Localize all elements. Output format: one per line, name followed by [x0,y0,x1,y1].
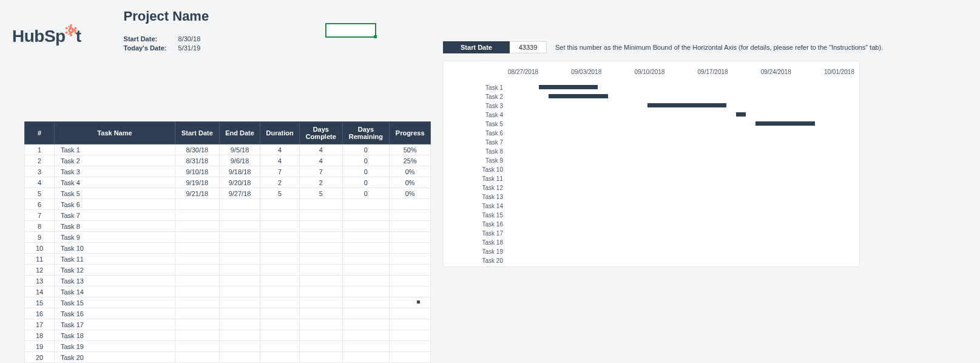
row-num[interactable]: 18 [25,330,55,341]
row-num[interactable]: 6 [25,199,55,210]
start-date-cell[interactable] [175,265,220,276]
todays-date-value[interactable]: 5/31/19 [178,44,201,52]
table-row[interactable]: 3Task 39/10/189/18/187700% [25,166,431,177]
days-remaining-cell[interactable]: 0 [342,155,390,166]
days-remaining-cell[interactable] [342,232,390,243]
progress-cell[interactable]: 25% [390,155,431,166]
row-num[interactable]: 12 [25,265,55,276]
task-name-cell[interactable]: Task 4 [55,177,175,188]
days-complete-cell[interactable] [300,330,343,341]
row-num[interactable]: 9 [25,232,55,243]
duration-cell[interactable] [260,330,300,341]
start-date-cell[interactable]: 9/10/18 [175,166,220,177]
end-date-cell[interactable]: 9/27/18 [219,188,260,199]
start-date-cell[interactable] [175,341,220,352]
task-name-cell[interactable]: Task 13 [55,276,175,287]
days-complete-cell[interactable] [300,276,343,287]
project-title[interactable]: Project Name [124,8,209,24]
task-name-cell[interactable]: Task 10 [55,243,175,254]
row-num[interactable]: 2 [25,155,55,166]
days-complete-cell[interactable] [300,297,343,308]
progress-cell[interactable] [390,232,431,243]
end-date-cell[interactable] [219,254,260,265]
days-remaining-cell[interactable] [342,287,390,297]
row-num[interactable]: 19 [25,341,55,352]
task-name-cell[interactable]: Task 17 [55,319,175,330]
table-row[interactable]: 20Task 20 [25,352,431,363]
start-date-value[interactable]: 8/30/18 [178,35,201,42]
row-num[interactable]: 3 [25,166,55,177]
row-num[interactable]: 20 [25,352,55,363]
row-num[interactable]: 17 [25,319,55,330]
days-remaining-cell[interactable] [342,254,390,265]
days-complete-cell[interactable] [300,210,343,221]
duration-cell[interactable] [260,352,300,363]
start-date-cell[interactable]: 8/31/18 [175,155,220,166]
fill-handle-icon[interactable] [374,35,377,38]
days-remaining-cell[interactable] [342,243,390,254]
duration-cell[interactable]: 4 [260,144,300,155]
days-remaining-cell[interactable]: 0 [342,177,390,188]
duration-cell[interactable]: 4 [260,155,300,166]
days-complete-cell[interactable]: 5 [300,188,343,199]
table-row[interactable]: 13Task 13 [25,276,431,287]
start-date-cell[interactable] [175,243,220,254]
duration-cell[interactable] [260,210,300,221]
table-row[interactable]: 8Task 8 [25,221,431,232]
days-remaining-cell[interactable] [342,276,390,287]
progress-cell[interactable]: 0% [390,166,431,177]
table-row[interactable]: 5Task 59/21/189/27/185500% [25,188,431,199]
days-remaining-cell[interactable] [342,308,390,319]
progress-cell[interactable] [390,287,431,297]
end-date-cell[interactable] [219,352,260,363]
task-name-cell[interactable]: Task 6 [55,199,175,210]
duration-cell[interactable] [260,243,300,254]
task-name-cell[interactable]: Task 18 [55,330,175,341]
table-row[interactable]: 15Task 15 [25,297,431,308]
end-date-cell[interactable] [219,276,260,287]
task-name-cell[interactable]: Task 12 [55,265,175,276]
progress-cell[interactable]: 0% [390,188,431,199]
table-row[interactable]: 19Task 19 [25,341,431,352]
days-remaining-cell[interactable] [342,297,390,308]
days-complete-cell[interactable]: 7 [300,166,343,177]
duration-cell[interactable] [260,341,300,352]
duration-cell[interactable]: 2 [260,177,300,188]
duration-cell[interactable] [260,276,300,287]
task-name-cell[interactable]: Task 20 [55,352,175,363]
row-num[interactable]: 1 [25,144,55,155]
start-date-cell[interactable] [175,254,220,265]
row-num[interactable]: 8 [25,221,55,232]
start-date-cell[interactable]: 8/30/18 [175,144,220,155]
start-date-cell[interactable]: 9/21/18 [175,188,220,199]
task-name-cell[interactable]: Task 14 [55,287,175,297]
days-remaining-cell[interactable]: 0 [342,166,390,177]
task-name-cell[interactable]: Task 19 [55,341,175,352]
days-remaining-cell[interactable] [342,330,390,341]
end-date-cell[interactable] [219,341,260,352]
start-date-cell[interactable] [175,319,220,330]
start-date-cell[interactable] [175,297,220,308]
row-num[interactable]: 14 [25,287,55,297]
days-complete-cell[interactable]: 2 [300,177,343,188]
start-date-cell[interactable] [175,352,220,363]
days-complete-cell[interactable] [300,352,343,363]
table-row[interactable]: 10Task 10 [25,243,431,254]
progress-cell[interactable] [390,308,431,319]
duration-cell[interactable]: 5 [260,188,300,199]
days-complete-cell[interactable] [300,341,343,352]
table-row[interactable]: 2Task 28/31/189/6/1844025% [25,155,431,166]
end-date-cell[interactable] [219,243,260,254]
start-date-cell[interactable] [175,276,220,287]
start-date-cell[interactable] [175,221,220,232]
end-date-cell[interactable] [219,319,260,330]
start-date-cell[interactable] [175,287,220,297]
progress-cell[interactable] [390,210,431,221]
days-complete-cell[interactable] [300,254,343,265]
duration-cell[interactable] [260,287,300,297]
start-date-cell[interactable]: 9/19/18 [175,177,220,188]
table-row[interactable]: 7Task 7 [25,210,431,221]
days-complete-cell[interactable] [300,308,343,319]
days-remaining-cell[interactable] [342,210,390,221]
end-date-cell[interactable] [219,232,260,243]
